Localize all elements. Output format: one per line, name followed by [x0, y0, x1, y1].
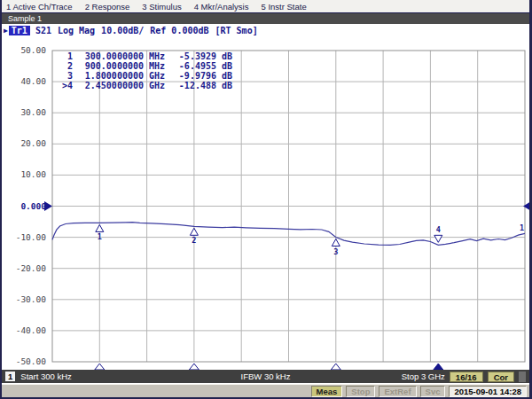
y-axis-tick-label: -30.00: [2, 294, 46, 305]
y-axis-tick-label: -10.00: [2, 232, 46, 243]
marker-label: 3: [333, 247, 338, 256]
marker-symbol: [96, 224, 104, 231]
y-axis-tick-label: -40.00: [2, 325, 46, 336]
stop-frequency-label: Stop 3 GHz: [402, 372, 445, 381]
marker-frequency-unit: GHz: [144, 71, 170, 81]
channel-status-bar: 1 Start 300 kHz IFBW 30 kHz Stop 3 GHz 1…: [2, 370, 529, 383]
stop-indicator: Stop: [346, 386, 375, 397]
marker-readout-row: 31.800000000GHz-9.9796dB: [57, 71, 234, 81]
marker-number: 3: [57, 71, 73, 81]
meas-indicator: Meas: [311, 386, 343, 397]
ifbw-label: IFBW 30 kHz: [241, 372, 291, 381]
marker-symbol-active: [434, 235, 442, 242]
marker-symbol: [332, 239, 340, 246]
status-grip: [519, 372, 526, 382]
marker-value: -6.4955: [170, 61, 216, 71]
y-axis-tick-label: 50.00: [2, 45, 46, 56]
marker-label: 1: [98, 232, 102, 241]
correction-badge: Cor: [488, 372, 514, 382]
instrument-status-bar: Meas Stop ExtRef Svc 2015-09-01 14:28: [2, 384, 529, 397]
marker-number: 2: [57, 61, 73, 71]
marker-value-unit: dB: [216, 51, 234, 61]
trace-end-number: 1: [520, 223, 524, 232]
channel-number-badge: 1: [5, 372, 15, 381]
stimulus-marker: [95, 364, 105, 370]
y-axis-tick-label: 40.00: [2, 76, 46, 87]
marker-frequency: 900.0000000: [73, 61, 144, 71]
svc-indicator: Svc: [420, 386, 446, 397]
marker-value-unit: dB: [216, 61, 234, 71]
marker-value: -5.3929: [170, 51, 216, 61]
stimulus-marker-active: [434, 364, 443, 370]
y-axis-tick-label: 0.000: [2, 201, 46, 212]
marker-value: -12.488: [170, 81, 216, 90]
marker-value-unit: dB: [216, 71, 234, 81]
stimulus-marker: [189, 364, 199, 370]
marker-number: >4: [57, 81, 73, 90]
marker-frequency-unit: MHz: [144, 61, 170, 71]
start-frequency-label: Start 300 kHz: [20, 372, 72, 381]
marker-readout-row: 1300.0000000MHz-5.3929dB: [57, 51, 234, 61]
marker-readout-row: 2900.0000000MHz-6.4955dB: [57, 61, 234, 71]
y-axis-tick-label: 20.00: [2, 138, 46, 149]
y-axis-tick-label: 10.00: [2, 169, 46, 180]
datetime-display: 2015-09-01 14:28: [449, 386, 527, 397]
marker-value: -9.9796: [170, 71, 216, 81]
marker-frequency: 1.800000000: [73, 71, 144, 81]
y-axis-tick-label: -50.00: [2, 356, 46, 367]
marker-label: 2: [192, 236, 196, 245]
stimulus-marker: [331, 364, 340, 370]
marker-frequency: 300.0000000: [73, 51, 144, 61]
marker-frequency: 2.450000000: [73, 81, 144, 90]
marker-readout-table: 1300.0000000MHz-5.3929dB2900.0000000MHz-…: [57, 51, 234, 90]
ref-level-arrow-right: [523, 201, 531, 211]
analyzer-screen: 1 Active Ch/Trace 2 Response 3 Stimulus …: [0, 0, 532, 399]
marker-frequency-unit: MHz: [144, 51, 170, 61]
marker-number: 1: [57, 51, 73, 61]
marker-value-unit: dB: [216, 81, 234, 90]
sweep-count-badge: 16/16: [450, 372, 483, 382]
extref-indicator: ExtRef: [379, 386, 416, 397]
y-axis-tick-label: 30.00: [2, 107, 46, 118]
marker-symbol: [190, 228, 198, 235]
marker-readout-row: >42.450000000GHz-12.488dB: [57, 81, 234, 90]
y-axis-tick-label: -20.00: [2, 263, 46, 274]
marker-label-active: 4: [436, 225, 441, 234]
marker-frequency-unit: GHz: [144, 81, 170, 90]
